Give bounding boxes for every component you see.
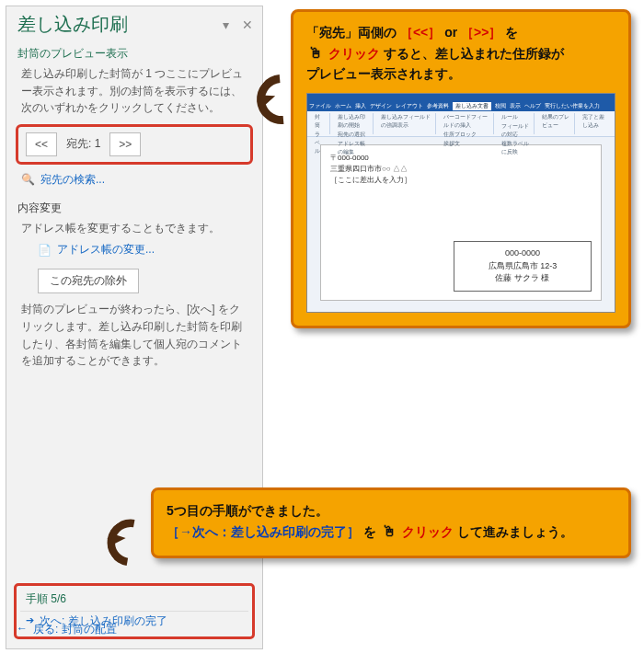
callout2-tb: して進みましょう。 [457, 524, 573, 539]
mouse-icon [306, 46, 325, 61]
tab-view: 表示 [510, 102, 521, 110]
callout1-t1b: を [505, 25, 518, 40]
exclude-recipient-button[interactable]: この宛先の除外 [38, 269, 139, 293]
word-preview-thumbnail: ファイル ホーム 挿入 デザイン レイアウト 参考資料 差し込み文書 校閲 表示… [306, 93, 615, 313]
edit-addressbook-link[interactable]: アドレス帳の変更... [6, 240, 262, 263]
arrow-left-icon [17, 622, 28, 637]
tab-home: ホーム [335, 102, 351, 110]
recipient-label: 宛先: 1 [66, 136, 100, 152]
tab-tellme: 実行したい作業を入力 [545, 102, 600, 110]
pane-title-bar: 差し込み印刷 ▾ ✕ [6, 6, 262, 39]
pane-window-controls: ▾ ✕ [223, 17, 253, 32]
callout1-or: or [444, 25, 461, 40]
tool-group-4: バーコードフィールドの挿入 住所ブロック 挨拶文 [440, 113, 494, 134]
tool-addrblock: 住所ブロック [443, 131, 489, 139]
recipient-post: 000-0000 [462, 247, 583, 260]
tab-mailings: 差し込み文書 [453, 102, 491, 110]
callout2-click: クリック [402, 524, 454, 539]
prev-recipient-button[interactable]: << [26, 132, 57, 156]
tool-label: ラベル [315, 131, 326, 155]
tool-match: フィールドの対応 [501, 122, 530, 139]
section-change-label: 内容変更 [6, 193, 262, 218]
preview-titlebar [307, 94, 615, 101]
close-icon[interactable]: ✕ [242, 17, 253, 32]
tool-group-3: 差し込みフィールドの強調表示 [377, 113, 435, 134]
tool-group-5: ルール フィールドの対応 複数ラベルに反映 [498, 113, 535, 134]
callout1-line2: クリック すると、差し込まれた住所録が [306, 42, 615, 64]
callout1-next-sym: ［>>］ [461, 25, 501, 40]
step-indicator: 手順 5/6 [20, 590, 248, 611]
tool-start: 差し込み印刷の開始 [338, 113, 370, 130]
callout2-ta: を [363, 524, 376, 539]
dropdown-icon[interactable]: ▾ [223, 17, 229, 32]
addressbook-icon [38, 244, 52, 257]
callout1-click: クリック [328, 46, 380, 61]
callout1-line1: 「宛先」両側の ［<<］ or ［>>］ を [306, 23, 615, 42]
callout2-line1: 5つ目の手順ができました。 [167, 501, 615, 521]
preview-ribbon-tools: 封筒 ラベル 差し込み印刷の開始 宛先の選択 アドレス帳の編集 差し込みフィール… [307, 111, 615, 137]
after-preview-body: 封筒のプレビューが終わったら、[次へ] をクリックします。差し込み印刷した封筒を… [6, 299, 262, 373]
callout2-nextlink: ［→次へ：差し込み印刷の完了］ [167, 524, 360, 539]
tool-greeting: 挨拶文 [443, 140, 489, 148]
tab-review: 校閲 [495, 102, 506, 110]
tool-select: 宛先の選択 [338, 131, 370, 139]
callout1-t1: 「宛先」両側の [306, 25, 400, 40]
recipient-name: 佐藤 サクラ 様 [462, 272, 583, 285]
tab-ref: 参考資料 [427, 102, 449, 110]
callout2-line2: ［→次へ：差し込み印刷の完了］ を クリック して進みましょう。 [167, 521, 615, 543]
callout1-t2: すると、差し込まれた住所録が [384, 46, 564, 61]
tool-rules: ルール [501, 113, 530, 121]
tab-layout: レイアウト [396, 102, 423, 110]
search-recipient-link[interactable]: 宛先の検索... [6, 170, 262, 193]
pane-title: 差し込み印刷 [17, 12, 128, 37]
tab-insert: 挿入 [355, 102, 366, 110]
tool-group-1: 封筒 ラベル [311, 113, 330, 134]
tool-envelope: 封筒 [315, 113, 326, 130]
mouse-icon-2 [380, 524, 398, 539]
tool-group-2: 差し込み印刷の開始 宛先の選択 アドレス帳の編集 [334, 113, 374, 134]
tool-highlight: 差し込みフィールドの強調表示 [381, 113, 431, 130]
change-body-text: アドレス帳を変更することもできます。 [6, 218, 262, 241]
recipient-nav-box: << 宛先: 1 >> [16, 124, 253, 165]
tool-group-7: 完了と差し込み [579, 113, 611, 134]
preview-page-area: 〒000-0000 三重県四日市市○○ △△ ［ここに差出人を入力］ 000-0… [307, 137, 615, 312]
edit-addressbook-text: アドレス帳の変更... [57, 242, 155, 258]
preview-ribbon-tabs: ファイル ホーム 挿入 デザイン レイアウト 参考資料 差し込み文書 校閲 表示… [307, 101, 615, 111]
sender-addr: 三重県四日市市○○ △△ [330, 164, 592, 175]
callout-step-complete: 5つ目の手順ができました。 ［→次へ：差し込み印刷の完了］ を クリック して進… [151, 487, 631, 558]
sender-post: 〒000-0000 [330, 153, 592, 164]
wizard-back-text: 戻る: 封筒の配置 [33, 622, 117, 637]
callout1-line3: プレビュー表示されます。 [306, 64, 615, 84]
sender-name: ［ここに差出人を入力］ [330, 175, 592, 186]
section-preview-label: 封筒のプレビュー表示 [6, 39, 262, 63]
callout-preview-explain: 「宛先」両側の ［<<］ or ［>>］ を クリック すると、差し込まれた住所… [291, 9, 631, 328]
search-icon [21, 173, 35, 186]
preview-body-text: 差し込み印刷した封筒が 1 つここにプレビュー表示されます。別の封筒を表示するに… [6, 63, 262, 120]
preview-envelope-page: 〒000-0000 三重県四日市市○○ △△ ［ここに差出人を入力］ 000-0… [320, 144, 602, 301]
recipient-addr: 広島県広島市 12-3 [462, 260, 583, 273]
tool-barcode: バーコードフィールドの挿入 [443, 113, 489, 130]
callout1-prev-sym: ［<<］ [400, 25, 441, 40]
tab-file: ファイル [309, 102, 331, 110]
tab-help: ヘルプ [524, 102, 541, 110]
tool-finish: 完了と差し込み [582, 113, 607, 130]
next-recipient-button[interactable]: >> [109, 132, 141, 156]
tab-design: デザイン [370, 102, 392, 110]
search-link-text: 宛先の検索... [40, 172, 105, 188]
tool-previewresult: 結果のプレビュー [542, 113, 570, 130]
recipient-address-block: 000-0000 広島県広島市 12-3 佐藤 サクラ 様 [454, 241, 592, 292]
wizard-back-link[interactable]: 戻る: 封筒の配置 [17, 622, 117, 637]
tool-group-6: 結果のプレビュー [538, 113, 575, 134]
